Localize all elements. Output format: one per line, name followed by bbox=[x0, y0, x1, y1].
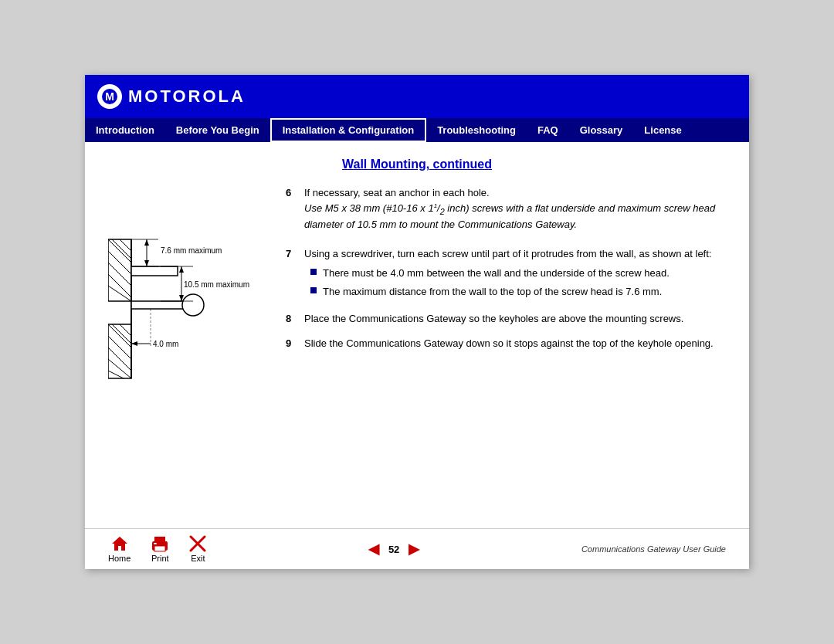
step-7-text: Using a screwdriver, turn each screw unt… bbox=[304, 246, 726, 262]
home-label: Home bbox=[108, 554, 131, 563]
svg-marker-35 bbox=[131, 341, 137, 346]
svg-line-11 bbox=[108, 324, 131, 347]
svg-line-8 bbox=[112, 239, 131, 259]
footer-guide-title: Communications Gateway User Guide bbox=[581, 544, 726, 554]
text-area: 6 If necessary, seat an anchor in each h… bbox=[286, 185, 726, 402]
prev-page-button[interactable]: ◀ bbox=[368, 541, 379, 558]
step-6-number: 6 bbox=[286, 185, 297, 237]
content-area: Wall Mounting, continued bbox=[85, 142, 749, 528]
exit-button[interactable]: Exit bbox=[189, 535, 206, 563]
step-6: 6 If necessary, seat an anchor in each h… bbox=[286, 185, 726, 237]
home-icon bbox=[110, 535, 129, 552]
footer-center: ◀ 52 ▶ bbox=[368, 541, 419, 558]
svg-line-13 bbox=[108, 347, 131, 371]
svg-line-15 bbox=[112, 324, 131, 344]
home-button[interactable]: Home bbox=[108, 535, 131, 563]
step-7-bullets: There must be 4.0 mm between the wall an… bbox=[304, 266, 726, 299]
step-7: 7 Using a screwdriver, turn each screw u… bbox=[286, 246, 726, 303]
exit-icon bbox=[189, 535, 206, 552]
bullet-item: The maximum distance from the wall to th… bbox=[310, 284, 726, 300]
svg-rect-43 bbox=[154, 543, 157, 544]
nav-before-you-begin[interactable]: Before You Begin bbox=[165, 118, 270, 142]
svg-line-3 bbox=[108, 239, 131, 263]
bullet-icon bbox=[310, 287, 317, 293]
svg-marker-29 bbox=[179, 266, 184, 273]
page-title: Wall Mounting, continued bbox=[108, 158, 726, 171]
svg-text:4.0 mm: 4.0 mm bbox=[153, 340, 178, 348]
step-7-number: 7 bbox=[286, 246, 297, 303]
print-button[interactable]: Print bbox=[149, 535, 171, 563]
step-9: 9 Slide the Communications Gateway down … bbox=[286, 336, 726, 351]
svg-marker-23 bbox=[144, 239, 149, 246]
nav-installation-configuration[interactable]: Installation & Configuration bbox=[270, 118, 426, 142]
step-8-content: Place the Communications Gateway so the … bbox=[304, 311, 726, 327]
svg-point-21 bbox=[182, 294, 204, 316]
step-7-content: Using a screwdriver, turn each screw unt… bbox=[304, 246, 726, 303]
header-bar: M MOTOROLA bbox=[85, 75, 749, 118]
footer-left: Home Print Exit bbox=[108, 535, 206, 563]
svg-marker-39 bbox=[112, 537, 127, 551]
nav-license[interactable]: License bbox=[633, 118, 692, 142]
wall-diagram: 7.6 mm maximum 10.5 mm maximum 4.0 mm bbox=[108, 224, 255, 402]
bullet-text-2: The maximum distance from the wall to th… bbox=[323, 284, 662, 300]
svg-text:10.5 mm maximum: 10.5 mm maximum bbox=[184, 280, 249, 289]
nav-glossary[interactable]: Glossary bbox=[569, 118, 634, 142]
svg-marker-24 bbox=[144, 260, 149, 266]
step-6-text: If necessary, seat an anchor in each hol… bbox=[304, 185, 726, 201]
diagram-area: 7.6 mm maximum 10.5 mm maximum 4.0 mm bbox=[108, 185, 263, 402]
exit-label: Exit bbox=[191, 554, 205, 563]
nav-introduction[interactable]: Introduction bbox=[85, 118, 165, 142]
step-9-content: Slide the Communications Gateway down so… bbox=[304, 336, 726, 351]
svg-line-12 bbox=[108, 336, 131, 359]
svg-line-17 bbox=[108, 371, 124, 378]
svg-rect-41 bbox=[154, 537, 165, 542]
nav-faq[interactable]: FAQ bbox=[527, 118, 569, 142]
svg-rect-19 bbox=[131, 266, 178, 276]
next-page-button[interactable]: ▶ bbox=[409, 541, 419, 558]
page-container: M MOTOROLA Introduction Before You Begin… bbox=[85, 75, 749, 569]
step-8: 8 Place the Communications Gateway so th… bbox=[286, 311, 726, 327]
step-9-text: Slide the Communications Gateway down so… bbox=[304, 336, 726, 351]
bullet-text-1: There must be 4.0 mm between the wall an… bbox=[323, 266, 670, 281]
nav-bar: Introduction Before You Begin Installati… bbox=[85, 118, 749, 142]
step-8-text: Place the Communications Gateway so the … bbox=[304, 311, 726, 327]
bullet-item: There must be 4.0 mm between the wall an… bbox=[310, 266, 726, 281]
main-content: 7.6 mm maximum 10.5 mm maximum 4.0 mm bbox=[108, 185, 726, 402]
step-9-number: 9 bbox=[286, 336, 297, 351]
motorola-badge: M bbox=[97, 84, 122, 109]
svg-text:M: M bbox=[105, 90, 114, 103]
print-label: Print bbox=[151, 554, 169, 563]
print-icon bbox=[149, 535, 171, 552]
step-8-number: 8 bbox=[286, 311, 297, 327]
page-number: 52 bbox=[388, 544, 399, 555]
motorola-wordmark: MOTOROLA bbox=[128, 86, 246, 107]
svg-line-5 bbox=[108, 263, 131, 286]
bullet-icon bbox=[310, 269, 317, 275]
svg-text:7.6 mm maximum: 7.6 mm maximum bbox=[161, 246, 222, 255]
motorola-logo: M MOTOROLA bbox=[97, 84, 246, 109]
svg-line-4 bbox=[108, 251, 131, 274]
svg-rect-42 bbox=[154, 546, 165, 551]
svg-line-14 bbox=[108, 359, 131, 378]
step-6-content: If necessary, seat an anchor in each hol… bbox=[304, 185, 726, 237]
footer-bar: Home Print Exit ◀ 52 bbox=[85, 528, 749, 569]
nav-troubleshooting[interactable]: Troubleshooting bbox=[426, 118, 527, 142]
step-6-note: Use M5 x 38 mm (#10-16 x 11/2 inch) scre… bbox=[304, 201, 726, 232]
